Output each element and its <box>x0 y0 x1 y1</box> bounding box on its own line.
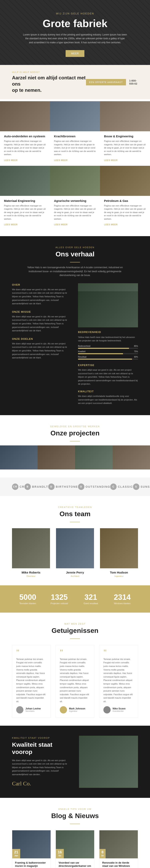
testimonial-author-wrap: Niko Scavo Investeerder <box>103 706 134 713</box>
project-item-p1 <box>0 445 38 469</box>
story-over-block: Over We doen altijd waar we goed in zijn… <box>12 283 72 306</box>
quality-left: Kwaliteit staat voorop Kwaliteit staat v… <box>12 737 71 787</box>
testimonials-grid: " Temean pulvinar dui ornare. Feugiat ni… <box>12 645 138 718</box>
story-divider <box>70 262 80 262</box>
service-link-agri[interactable]: LEES MEER <box>54 223 68 226</box>
skill-pct: 90% <box>134 356 138 358</box>
team-photo-t2 <box>56 528 94 568</box>
services-grid: Auto-onderdelen en systeem Pagina van ee… <box>0 101 150 230</box>
service-title-power: Krachtbronnen <box>54 134 96 138</box>
service-item-agri: Agrarische verwerking Pagina van een eff… <box>50 166 100 230</box>
testimonial-author-wrap: Mark Johnson Ingenieur <box>60 706 90 713</box>
story-goals-block: Onze doelen We doen altijd waar we goed … <box>12 337 72 360</box>
quality-signature: Carl Co. <box>12 780 71 787</box>
logo-icon-logo5: C <box>110 484 117 490</box>
service-image-auto <box>0 101 50 131</box>
blog-date-day-b1: Jan <box>14 855 18 857</box>
quality-text: We doen altijd waar we goed in zijn. Als… <box>12 759 71 776</box>
testimonial-author-test1: Johan Levine <box>26 707 41 710</box>
stat-number: 5000 <box>14 593 42 601</box>
testimonial-text-test1: Temean pulvinar dui ornare. Feugiat nisl… <box>16 657 47 704</box>
skill-bar-fill <box>78 348 129 349</box>
story-title: Ons verhaal <box>12 250 138 258</box>
expertise-block: Expertise We doen altijd waar we goed in… <box>78 364 138 386</box>
service-link-build[interactable]: LEES MEER <box>104 159 118 161</box>
team-section: Creatieve teamleden Ons team Mike Robert… <box>0 496 150 585</box>
stat-item: 5000 Tevreden klanten <box>12 591 44 607</box>
blog-img-wrap-b1: 21 Jan <box>12 830 50 858</box>
skill-label: Resultaat <box>78 356 86 358</box>
service-image-material <box>0 166 50 196</box>
quality-title: Kwaliteit staat voorop <box>12 741 71 755</box>
testimonial-card-test2: " Temean pulvinar dui ornare. Feugiat ni… <box>55 645 95 718</box>
team-name-t3: Tom Hudson <box>100 571 138 574</box>
service-link-petro[interactable]: LEES MEER <box>104 223 118 226</box>
team-name-t1: Mike Roberts <box>12 571 50 574</box>
blog-img-wrap-b2: 16 So <box>56 830 94 858</box>
project-item-p2 <box>38 445 75 469</box>
hero-button[interactable]: MEER <box>66 50 85 57</box>
skill-pct: 85% <box>134 345 138 347</box>
blog-img-wrap-b3: 8 Di <box>100 830 138 858</box>
contact-cta-button[interactable]: EEN OFFERTE AANVRAAGT <box>86 79 126 85</box>
stat-number: 1325 <box>46 593 73 601</box>
story-goals-text: We doen altijd waar we goed in zijn. Als… <box>12 342 72 360</box>
team-tag: Creatieve teamleden <box>12 506 138 508</box>
quality-tag: Kwaliteit staat voorop <box>12 737 71 739</box>
story-mission-block: Onze missie We doen altijd waar we goed … <box>12 310 72 333</box>
logo-text-logo4: OUTSTANDING <box>86 485 110 488</box>
service-text-agri: Pagina van een effectieve manager en mag… <box>54 204 96 221</box>
testimonial-role-test2: Ingenieur <box>69 710 85 712</box>
logo-logo5: C CLASSIC <box>110 484 133 490</box>
blog-date-b2: 16 So <box>56 849 64 858</box>
story-mission-text: We doen altijd waar we goed in zijn. Als… <box>12 315 72 333</box>
logo-logo6: S Sunshine <box>133 484 150 490</box>
service-item-power: Krachtbronnen Pagina van een effectieve … <box>50 101 100 166</box>
service-text-build: Pagina van een effectieve manager en mag… <box>104 140 146 156</box>
testimonial-avatar-test3 <box>103 706 111 713</box>
contact-banner: Hulp is help nodig? Aarzel niet om altij… <box>0 65 150 99</box>
service-link-auto[interactable]: LEES MEER <box>4 159 17 161</box>
story-over-label: Over <box>12 283 72 286</box>
testimonial-text-test3: Temean pulvinar dui ornare. Feugiat nisl… <box>103 657 134 704</box>
testimonial-author-wrap: Johan Levine Secretaris <box>16 706 47 713</box>
blog-card-b3: 8 Di Renovatie in de tierde staat van uw… <box>99 830 138 868</box>
contact-banner-left: Hulp is help nodig? Aarzel niet om altij… <box>12 71 86 93</box>
service-item-material: Materiaal Engineering Pagina van een eff… <box>0 166 50 230</box>
contact-banner-tag: Hulp is help nodig? <box>12 71 86 73</box>
service-link-power[interactable]: LEES MEER <box>54 159 68 161</box>
blog-content-b3: Renovatie in de tierde staat van uw Wind… <box>100 858 138 868</box>
stat-label: Windows klanten <box>109 602 136 604</box>
service-image-agri <box>50 166 100 196</box>
service-image-power <box>50 101 100 131</box>
contact-phone: 1-800-555-02 <box>129 79 138 85</box>
team-name-t2: Jennie Perry <box>56 571 94 574</box>
logo-icon-logo3: D <box>48 484 54 490</box>
stat-item: 1325 Projecten voltooid <box>44 591 75 607</box>
service-title-build: Bouw & Engineering <box>104 134 146 138</box>
logo-logo1: CR CR <box>12 484 25 490</box>
team-photo-t1 <box>12 528 50 568</box>
testimonial-card-test3: " Temean pulvinar dui ornare. Feugiat ni… <box>99 645 138 718</box>
team-grid: Mike Roberts Directeur Jennie Perry Arch… <box>12 528 138 577</box>
service-link-material[interactable]: LEES MEER <box>4 223 17 226</box>
projects-title: Onze projecten <box>0 429 150 437</box>
testimonial-role-test3: Investeerder <box>113 710 125 712</box>
story-skills-title: Bedrevenheid <box>78 331 138 334</box>
logos-section: CR CR B BRANDLT D BIRTHSTONE O OUTSTANDI… <box>0 477 150 496</box>
story-section: Alles over gele hoeden Ons verhaal Yello… <box>0 236 150 415</box>
stat-number: 321 <box>77 593 105 601</box>
testimonial-role-test1: Secretaris <box>26 710 41 712</box>
service-item-build: Bouw & Engineering Pagina van een effect… <box>100 101 150 166</box>
project-item-p4 <box>113 445 150 469</box>
service-title-auto: Auto-onderdelen en systeem <box>4 134 46 138</box>
story-skills: Bedrevenheid Yellow Hats heeft meer dan … <box>78 331 138 360</box>
service-text-material: Pagina van een effectieve manager en mag… <box>4 204 46 221</box>
story-left: Over We doen altijd waar we goed in zijn… <box>12 283 72 405</box>
blog-date-num-b3: 8 <box>101 850 104 855</box>
stat-label: Tevreden klanten <box>14 602 42 604</box>
logo-icon-logo4: O <box>78 484 84 490</box>
expertise-text: We doen altijd waar we goed in zijn. Als… <box>78 368 138 386</box>
projects-grid <box>0 445 150 469</box>
quality-right-image <box>79 736 138 788</box>
